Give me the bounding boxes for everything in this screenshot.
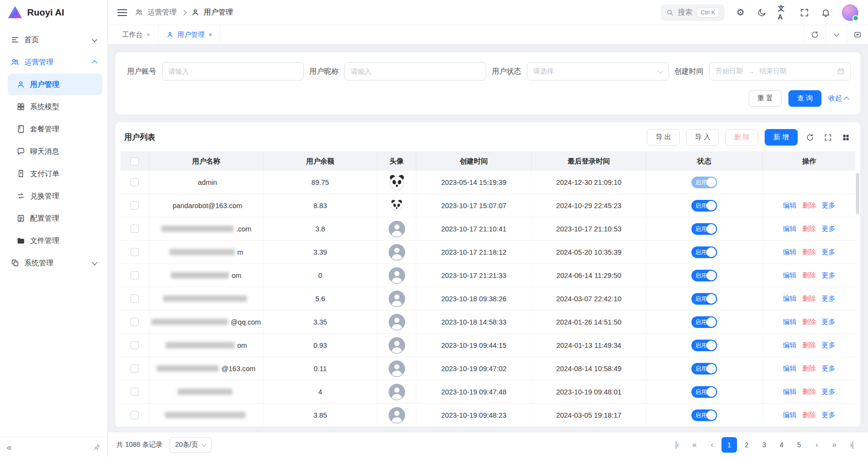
more-link[interactable]: 更多: [822, 248, 835, 257]
row-checkbox[interactable]: [131, 318, 139, 326]
page-size-select[interactable]: 20条/页: [169, 437, 212, 453]
tab-workbench[interactable]: 工作台 ×: [115, 25, 159, 44]
row-checkbox[interactable]: [131, 388, 139, 396]
sidebar-item-system-model[interactable]: 系统模型: [8, 96, 102, 117]
delete-link[interactable]: 删除: [802, 294, 816, 303]
edit-link[interactable]: 编辑: [783, 271, 797, 280]
status-toggle[interactable]: 启用: [691, 270, 717, 281]
edit-link[interactable]: 编辑: [783, 318, 797, 326]
page-button-4[interactable]: 4: [774, 437, 789, 453]
status-toggle[interactable]: 启用: [691, 246, 717, 258]
more-link[interactable]: 更多: [822, 318, 835, 326]
last-page-button[interactable]: ›|: [844, 437, 859, 453]
status-select[interactable]: 请选择: [527, 62, 669, 81]
export-button[interactable]: 导 出: [647, 129, 680, 146]
back-5-pages-button[interactable]: «: [687, 437, 702, 453]
status-toggle[interactable]: 启用: [691, 177, 717, 188]
row-checkbox[interactable]: [131, 248, 139, 256]
sidebar-item-config-management[interactable]: 配置管理: [8, 208, 102, 229]
page-button-1[interactable]: 1: [721, 437, 737, 453]
prev-page-button[interactable]: ‹: [704, 437, 720, 453]
first-page-button[interactable]: |‹: [669, 437, 685, 453]
page-button-3[interactable]: 3: [756, 437, 772, 453]
delete-link[interactable]: 删除: [802, 388, 816, 396]
global-search[interactable]: 搜索 Ctrl K: [661, 4, 724, 21]
more-link[interactable]: 更多: [822, 201, 835, 210]
select-all-checkbox[interactable]: [131, 157, 139, 165]
row-checkbox[interactable]: [131, 271, 139, 279]
status-toggle[interactable]: 启用: [691, 340, 717, 351]
edit-link[interactable]: 编辑: [783, 341, 797, 350]
edit-link[interactable]: 编辑: [783, 225, 797, 233]
more-link[interactable]: 更多: [822, 411, 835, 420]
more-link[interactable]: 更多: [822, 341, 835, 350]
translate-icon[interactable]: 文A: [778, 7, 788, 18]
sidebar-item-payment-orders[interactable]: 支付订单: [8, 163, 102, 184]
delete-link[interactable]: 删除: [802, 364, 816, 373]
edit-link[interactable]: 编辑: [783, 388, 797, 396]
nickname-input[interactable]: [344, 62, 486, 81]
row-checkbox[interactable]: [131, 225, 139, 233]
more-link[interactable]: 更多: [822, 364, 835, 373]
sidebar-group-operations[interactable]: 运营管理: [5, 51, 102, 73]
row-checkbox[interactable]: [131, 201, 139, 210]
chevron-down-icon[interactable]: [825, 25, 847, 44]
sidebar-item-exchange-management[interactable]: 兑换管理: [8, 185, 102, 207]
expand-table-icon[interactable]: [822, 131, 834, 143]
table-scrollbar-thumb[interactable]: [856, 173, 859, 214]
edit-link[interactable]: 编辑: [783, 294, 797, 303]
sidebar-item-home[interactable]: 首页: [5, 29, 102, 50]
sidebar-collapse-button[interactable]: «: [7, 443, 12, 452]
add-button[interactable]: 新 增: [765, 129, 798, 146]
notification-bell-icon[interactable]: [820, 7, 831, 18]
collapse-filter-link[interactable]: 收起: [828, 94, 849, 103]
settings-gear-icon[interactable]: ⚙: [735, 7, 746, 18]
row-checkbox[interactable]: [131, 178, 139, 186]
page-button-2[interactable]: 2: [739, 437, 754, 453]
delete-link[interactable]: 删除: [802, 225, 816, 233]
delete-link[interactable]: 删除: [802, 411, 816, 420]
column-settings-icon[interactable]: [840, 131, 852, 143]
edit-link[interactable]: 编辑: [783, 411, 797, 420]
forward-5-pages-button[interactable]: »: [826, 437, 842, 453]
import-button[interactable]: 导 入: [686, 129, 719, 146]
sidebar-item-package-management[interactable]: 套餐管理: [8, 118, 102, 140]
row-checkbox[interactable]: [131, 294, 139, 303]
more-link[interactable]: 更多: [822, 271, 835, 280]
breadcrumb-item[interactable]: 运营管理: [147, 8, 177, 17]
status-toggle[interactable]: 启用: [691, 293, 717, 305]
account-input[interactable]: [162, 62, 304, 81]
status-toggle[interactable]: 启用: [691, 386, 717, 398]
row-checkbox[interactable]: [131, 411, 139, 419]
refresh-list-icon[interactable]: [804, 131, 816, 143]
next-page-button[interactable]: ›: [809, 437, 824, 453]
status-toggle[interactable]: 启用: [691, 363, 717, 375]
delete-link[interactable]: 删除: [802, 341, 816, 350]
row-checkbox[interactable]: [131, 341, 139, 349]
status-toggle[interactable]: 启用: [691, 200, 717, 212]
edit-link[interactable]: 编辑: [783, 248, 797, 257]
status-toggle[interactable]: 启用: [691, 316, 717, 328]
hamburger-menu-icon[interactable]: [117, 9, 127, 16]
dark-mode-moon-icon[interactable]: [756, 7, 767, 18]
page-button-5[interactable]: 5: [791, 437, 807, 453]
pin-sidebar-icon[interactable]: [93, 443, 100, 451]
more-link[interactable]: 更多: [822, 225, 835, 233]
row-checkbox[interactable]: [131, 364, 139, 373]
delete-link[interactable]: 删除: [802, 318, 816, 326]
sidebar-item-user-management[interactable]: 用户管理: [8, 74, 102, 95]
delete-link[interactable]: 删除: [802, 248, 816, 257]
close-icon[interactable]: ×: [147, 32, 150, 38]
sidebar-item-chat-messages[interactable]: 聊天消息: [8, 141, 102, 162]
reset-button[interactable]: 重 置: [749, 90, 782, 107]
status-toggle[interactable]: 启用: [691, 223, 717, 235]
more-link[interactable]: 更多: [822, 388, 835, 396]
search-button[interactable]: 查 询: [788, 90, 821, 107]
delete-link[interactable]: 删除: [802, 271, 816, 280]
refresh-tab-icon[interactable]: [804, 25, 825, 44]
edit-link[interactable]: 编辑: [783, 201, 797, 210]
fit-screen-icon[interactable]: [847, 25, 868, 44]
sidebar-group-system[interactable]: 系统管理: [5, 252, 102, 274]
delete-button[interactable]: 删 除: [725, 129, 758, 146]
date-range-picker[interactable]: 开始日期 → 结束日期: [709, 62, 851, 81]
